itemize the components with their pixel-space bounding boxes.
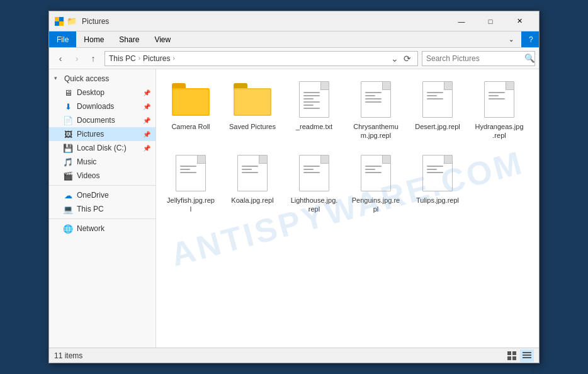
- file-label-tulips: Tulips.jpg.repl: [416, 196, 459, 205]
- sidebar-label-quick-access: Quick access: [64, 74, 109, 83]
- breadcrumb: This PC › Pictures ›: [109, 54, 388, 63]
- svg-rect-9: [523, 354, 531, 356]
- doc-icon-chrysanthemum: [356, 79, 396, 120]
- list-view-button[interactable]: [520, 349, 534, 362]
- sidebar-label-desktop: Desktop: [77, 88, 140, 97]
- address-bar[interactable]: This PC › Pictures › ⌄ ⟳: [105, 51, 418, 66]
- tab-home[interactable]: Home: [76, 31, 111, 47]
- file-item-desert[interactable]: Desert.jpg.repl: [409, 76, 466, 144]
- sidebar-label-network: Network: [77, 224, 150, 233]
- tab-view[interactable]: View: [147, 31, 178, 47]
- window-title: Pictures: [82, 17, 447, 26]
- toolbar: ‹ › ↑ This PC › Pictures › ⌄ ⟳ 🔍: [49, 48, 539, 69]
- local-disk-icon: 💾: [63, 143, 73, 153]
- file-item-readme[interactable]: _readme.txt: [286, 76, 342, 144]
- file-grid: Camera Roll Saved Pictures: [162, 76, 533, 217]
- grid-view-button[interactable]: [505, 349, 519, 362]
- desktop-icon: 🖥: [63, 88, 73, 98]
- svg-rect-6: [507, 356, 511, 360]
- back-button[interactable]: ‹: [53, 51, 68, 66]
- file-item-koala[interactable]: Koala.jpg.repl: [224, 149, 281, 218]
- file-item-jellyfish[interactable]: Jellyfish.jpg.repl: [162, 149, 219, 218]
- content-wrapper: Camera Roll Saved Pictures: [156, 69, 539, 348]
- sidebar-label-onedrive: OneDrive: [77, 191, 150, 200]
- item-count: 11 items: [54, 351, 82, 360]
- sidebar-item-this-pc[interactable]: 💻 This PC: [49, 202, 155, 216]
- sidebar-item-onedrive[interactable]: ☁ OneDrive: [49, 188, 155, 202]
- file-label-hydrangeas: Hydrangeas.jpg.repl: [475, 122, 524, 140]
- pin-downloads-icon: 📌: [143, 103, 150, 110]
- forward-button[interactable]: ›: [69, 51, 84, 66]
- view-controls: [505, 349, 534, 362]
- up-button[interactable]: ↑: [86, 51, 101, 66]
- doc-icon-hydrangeas: [479, 79, 519, 120]
- file-item-tulips[interactable]: Tulips.jpg.repl: [409, 149, 466, 218]
- pin-localdisk-icon: 📌: [143, 145, 150, 152]
- ribbon-tabs: File Home Share View ⌄ ?: [49, 31, 539, 48]
- doc-icon-desert: [417, 79, 458, 120]
- sidebar-item-pictures[interactable]: 🖼 Pictures 📌: [49, 127, 155, 141]
- close-button[interactable]: ✕: [505, 11, 534, 31]
- svg-rect-5: [512, 351, 516, 355]
- file-item-chrysanthemum[interactable]: Chrysanthemum.jpg.repl: [348, 76, 404, 144]
- sidebar-item-videos[interactable]: 🎬 Videos: [49, 169, 155, 183]
- sidebar-label-music: Music: [77, 157, 150, 166]
- address-chevron[interactable]: ⌄: [388, 52, 401, 65]
- refresh-button[interactable]: ⟳: [401, 52, 414, 65]
- file-item-camera-roll[interactable]: Camera Roll: [162, 76, 219, 144]
- doc-icon-lighthouse: [294, 153, 334, 193]
- file-explorer-window: 📁 Pictures — □ ✕ File Home Share View ⌄ …: [48, 11, 540, 363]
- svg-rect-1: [59, 17, 64, 21]
- sidebar-label-pictures: Pictures: [77, 130, 140, 139]
- music-icon: 🎵: [63, 157, 73, 167]
- sidebar-item-documents[interactable]: 📄 Documents 📌: [49, 113, 155, 127]
- file-label-jellyfish: Jellyfish.jpg.repl: [166, 196, 215, 214]
- sidebar-divider-2: [49, 218, 155, 219]
- sidebar-label-this-pc: This PC: [77, 205, 150, 213]
- chevron-quick-access: ▾: [54, 75, 62, 82]
- sidebar-label-documents: Documents: [77, 116, 140, 125]
- ribbon-expand-button[interactable]: ⌄: [501, 31, 521, 47]
- maximize-button[interactable]: □: [476, 11, 505, 31]
- videos-icon: 🎬: [63, 171, 73, 181]
- sidebar-item-downloads[interactable]: ⬇ Downloads 📌: [49, 99, 155, 113]
- sidebar-item-network[interactable]: 🌐 Network: [49, 222, 155, 235]
- file-label-penguins: Penguins.jpg.repl: [351, 196, 400, 214]
- sidebar-item-music[interactable]: 🎵 Music: [49, 155, 155, 169]
- svg-rect-4: [507, 351, 511, 355]
- search-box[interactable]: 🔍: [422, 51, 535, 66]
- pictures-icon: 🖼: [63, 129, 73, 139]
- file-item-saved-pictures[interactable]: Saved Pictures: [224, 76, 281, 144]
- sidebar-divider-1: [49, 185, 155, 186]
- svg-rect-10: [523, 357, 531, 358]
- doc-icon-jellyfish: [171, 153, 211, 193]
- status-bar: 11 items: [49, 348, 539, 363]
- tab-share[interactable]: Share: [111, 31, 147, 47]
- onedrive-icon: ☁: [63, 190, 73, 200]
- file-label-koala: Koala.jpg.repl: [231, 196, 273, 205]
- folder-icon-small: 📁: [67, 16, 77, 26]
- pin-pictures-icon: 📌: [143, 131, 150, 138]
- file-item-hydrangeas[interactable]: Hydrangeas.jpg.repl: [471, 76, 528, 144]
- tab-file[interactable]: File: [49, 31, 76, 47]
- minimize-button[interactable]: —: [447, 11, 476, 31]
- doc-icon-koala: [232, 153, 273, 193]
- svg-rect-0: [55, 17, 59, 21]
- sidebar-item-local-disk[interactable]: 💾 Local Disk (C:) 📌: [49, 141, 155, 155]
- sidebar-label-videos: Videos: [77, 171, 150, 180]
- sidebar-section-quick-access[interactable]: ▾ Quick access: [49, 72, 155, 86]
- search-input[interactable]: [422, 52, 524, 65]
- file-item-lighthouse[interactable]: Lighthouse.jpg.repl: [286, 149, 342, 218]
- content-area: Camera Roll Saved Pictures: [156, 69, 539, 348]
- breadcrumb-pictures[interactable]: Pictures: [143, 54, 170, 63]
- sidebar-item-desktop[interactable]: 🖥 Desktop 📌: [49, 86, 155, 99]
- breadcrumb-this-pc[interactable]: This PC: [109, 54, 136, 63]
- doc-icon-tulips: [417, 153, 458, 193]
- help-button[interactable]: ?: [521, 31, 539, 47]
- folder-icon-saved-pictures: [232, 79, 273, 120]
- pin-documents-icon: 📌: [143, 117, 150, 124]
- doc-icon-readme: [294, 79, 334, 120]
- file-item-penguins[interactable]: Penguins.jpg.repl: [348, 149, 404, 218]
- breadcrumb-sep-2: ›: [172, 55, 174, 62]
- search-button[interactable]: 🔍: [524, 51, 535, 66]
